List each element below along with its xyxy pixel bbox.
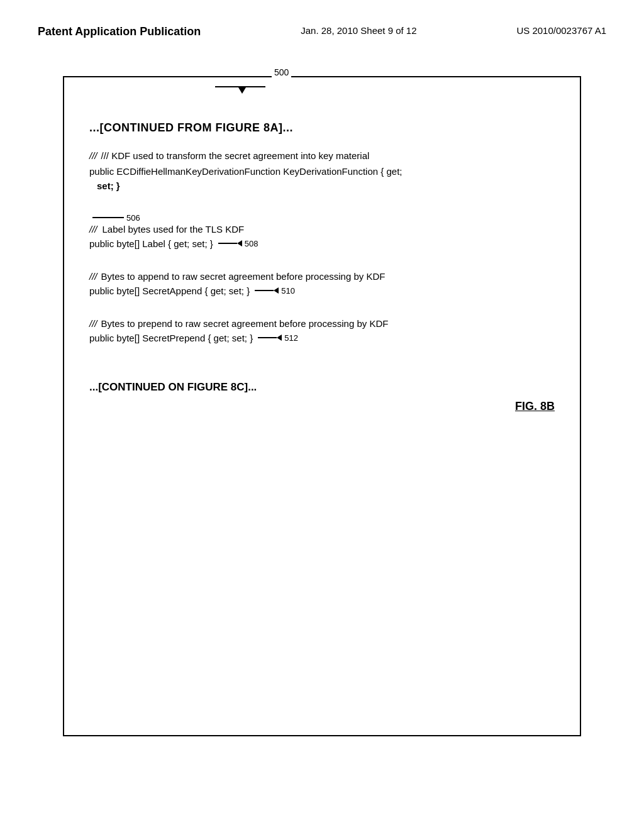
publication-title: Patent Application Publication <box>38 25 201 38</box>
ref-510-arrow <box>255 287 279 294</box>
section-506-comment: /// Label bytes used for the TLS KDF <box>89 224 561 235</box>
ref-512-num: 512 <box>284 333 298 343</box>
section-514: /// Bytes to prepend to raw secret agree… <box>89 318 561 343</box>
patent-number: US 2010/0023767 A1 <box>516 25 606 36</box>
ref-510-num: 510 <box>281 286 295 296</box>
section-514-code-row: public byte[] SecretPrepend { get; set; … <box>89 333 561 343</box>
ref-506-num: 506 <box>126 213 140 223</box>
arrow-500 <box>215 86 265 94</box>
section-502-comment: /// /// KDF used to transform the secret… <box>89 150 561 161</box>
ref-506-line-h <box>92 217 124 218</box>
ref-500-label: 500 <box>272 67 291 77</box>
sheet-info: Jan. 28, 2010 Sheet 9 of 12 <box>301 25 416 36</box>
header: Patent Application Publication Jan. 28, … <box>38 25 606 45</box>
section-510-code-row: public byte[] SecretAppend { get; set; }… <box>89 285 561 296</box>
diagram-box: 500 ...[CONTINUED FROM FIGURE 8A]... ///… <box>63 76 581 736</box>
ref-508-arrow <box>218 240 242 246</box>
section-510-comment: /// Bytes to append to raw secret agreem… <box>89 271 561 282</box>
section-510: /// Bytes to append to raw secret agreem… <box>89 271 561 296</box>
content-area: ...[CONTINUED FROM FIGURE 8A]... /// ///… <box>83 121 561 394</box>
section-502-code2: set; } <box>97 180 561 191</box>
section-502-code1: public ECDiffieHellmanKeyDerivationFunct… <box>89 165 561 179</box>
ref-508-num: 508 <box>245 239 258 248</box>
section-506: /// Label bytes used for the TLS KDF pub… <box>89 224 561 249</box>
ref-506-wrapper: 506 <box>92 213 561 223</box>
section-514-comment: /// Bytes to prepend to raw secret agree… <box>89 318 561 329</box>
continued-bottom-label: ...[CONTINUED ON FIGURE 8C]... <box>89 381 561 394</box>
section-506-code-row: public byte[] Label { get; set; } 508 <box>89 238 561 249</box>
ref-512-arrow <box>258 335 282 341</box>
fig-label: FIG. 8B <box>83 400 561 413</box>
page: Patent Application Publication Jan. 28, … <box>0 0 644 830</box>
section-502: /// /// KDF used to transform the secret… <box>89 150 561 191</box>
continued-top-label: ...[CONTINUED FROM FIGURE 8A]... <box>89 121 561 135</box>
ref-506-line: 506 <box>92 213 561 223</box>
